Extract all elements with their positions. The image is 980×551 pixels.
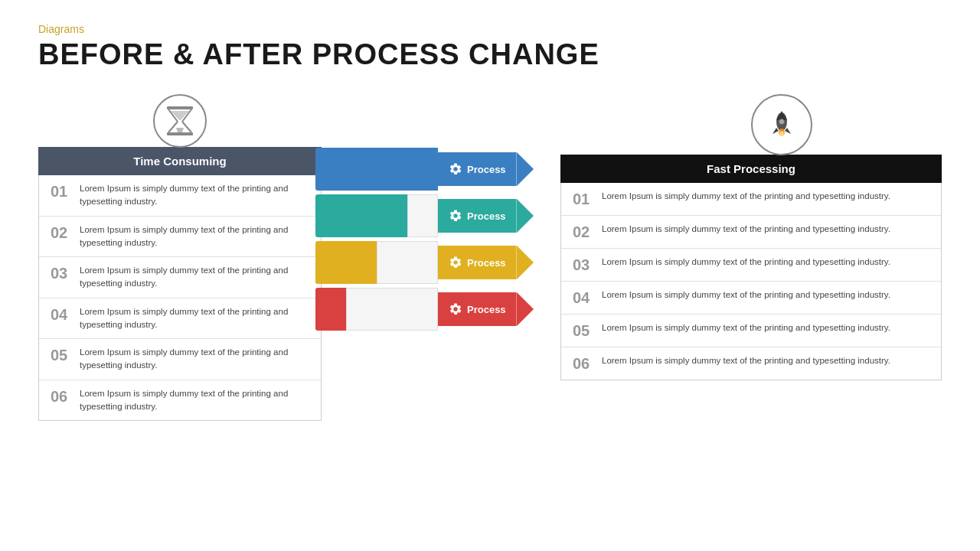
left-list-item: 04 Lorem Ipsum is simply dummy text of t…	[39, 298, 321, 340]
item-text: Lorem Ipsum is simply dummy text of the …	[80, 387, 309, 414]
item-text: Lorem Ipsum is simply dummy text of the …	[602, 256, 890, 269]
process-label: Process	[467, 304, 506, 315]
svg-point-14	[780, 132, 784, 136]
item-number: 04	[51, 305, 72, 324]
left-list-item: 06 Lorem Ipsum is simply dummy text of t…	[39, 380, 321, 421]
ribbon-white-3	[346, 288, 438, 331]
ribbon-white-2	[377, 241, 438, 284]
ribbon-color-2	[315, 241, 377, 284]
left-list-item: 02 Lorem Ipsum is simply dummy text of t…	[39, 217, 321, 258]
process-arrow-1: Process	[438, 199, 517, 233]
arrow-head-0	[517, 152, 534, 186]
item-number: 03	[51, 264, 72, 282]
diagrams-label: Diagrams	[38, 23, 942, 35]
item-text: Lorem Ipsum is simply dummy text of the …	[80, 223, 309, 250]
right-header: Fast Processing	[560, 155, 942, 183]
item-text: Lorem Ipsum is simply dummy text of the …	[602, 289, 890, 302]
main-title: BEFORE & AFTER PROCESS CHANGE	[38, 38, 942, 71]
item-number: 05	[573, 321, 594, 340]
svg-line-4	[168, 122, 178, 132]
item-number: 02	[573, 223, 594, 241]
item-text: Lorem Ipsum is simply dummy text of the …	[80, 264, 309, 291]
left-list-item: 03 Lorem Ipsum is simply dummy text of t…	[39, 257, 321, 298]
rocket-icon	[751, 94, 812, 155]
gear-icon	[449, 256, 462, 269]
item-number: 06	[51, 387, 72, 406]
item-text: Lorem Ipsum is simply dummy text of the …	[80, 346, 309, 373]
gear-icon	[449, 302, 462, 316]
svg-line-5	[182, 122, 191, 132]
process-arrow-2: Process	[438, 246, 517, 279]
left-header: Time Consuming	[38, 147, 322, 175]
item-number: 02	[51, 223, 72, 242]
svg-marker-7	[176, 128, 184, 132]
item-number: 04	[573, 289, 594, 307]
right-list-item: 01 Lorem Ipsum is simply dummy text of t…	[561, 183, 941, 216]
item-text: Lorem Ipsum is simply dummy text of the …	[80, 305, 309, 332]
svg-rect-0	[167, 106, 193, 109]
gear-icon	[449, 209, 462, 223]
process-label: Process	[467, 164, 506, 175]
process-row-3: Process	[315, 288, 545, 331]
right-list-item: 02 Lorem Ipsum is simply dummy text of t…	[561, 216, 941, 249]
ribbon-color-3	[315, 288, 346, 331]
right-list-item: 03 Lorem Ipsum is simply dummy text of t…	[561, 249, 941, 282]
right-list-item: 05 Lorem Ipsum is simply dummy text of t…	[561, 315, 941, 347]
svg-rect-1	[167, 132, 193, 135]
left-panel: Time Consuming 01 Lorem Ipsum is simply …	[38, 94, 322, 421]
arrow-head-1	[517, 199, 534, 233]
process-arrow-0: Process	[438, 152, 517, 186]
left-list-item: 01 Lorem Ipsum is simply dummy text of t…	[39, 175, 321, 217]
process-arrow-3: Process	[438, 292, 517, 326]
hourglass-icon	[153, 94, 207, 148]
right-panel: Fast Processing 01 Lorem Ipsum is simply…	[560, 94, 942, 380]
ribbon-white-1	[407, 194, 438, 237]
process-label: Process	[467, 257, 506, 269]
arrow-head-3	[517, 292, 534, 326]
ribbon-color-1	[315, 194, 407, 237]
gear-icon	[449, 162, 462, 176]
slide: Diagrams BEFORE & AFTER PROCESS CHANGE	[0, 0, 980, 551]
item-text: Lorem Ipsum is simply dummy text of the …	[602, 354, 890, 367]
process-label: Process	[467, 210, 506, 222]
ribbon-color-0	[315, 148, 438, 191]
item-text: Lorem Ipsum is simply dummy text of the …	[80, 182, 309, 209]
process-row-0: Process	[315, 148, 545, 191]
item-number: 03	[573, 256, 594, 274]
item-text: Lorem Ipsum is simply dummy text of the …	[602, 223, 890, 236]
item-number: 06	[573, 354, 594, 373]
item-text: Lorem Ipsum is simply dummy text of the …	[602, 190, 890, 203]
process-row-1: Process	[315, 194, 545, 237]
process-row-2: Process	[315, 241, 545, 284]
viz-container: Process Process Process Process	[315, 148, 545, 334]
arrow-head-2	[517, 246, 534, 279]
item-number: 05	[51, 346, 72, 364]
left-list-item: 05 Lorem Ipsum is simply dummy text of t…	[39, 339, 321, 380]
item-number: 01	[573, 190, 594, 208]
right-list: 01 Lorem Ipsum is simply dummy text of t…	[560, 183, 942, 380]
svg-marker-11	[773, 128, 779, 134]
right-list-item: 06 Lorem Ipsum is simply dummy text of t…	[561, 347, 941, 380]
right-list-item: 04 Lorem Ipsum is simply dummy text of t…	[561, 282, 941, 315]
item-number: 01	[51, 182, 72, 201]
left-list: 01 Lorem Ipsum is simply dummy text of t…	[38, 175, 322, 421]
item-text: Lorem Ipsum is simply dummy text of the …	[602, 321, 890, 334]
svg-marker-12	[785, 128, 791, 134]
svg-point-10	[779, 119, 785, 125]
